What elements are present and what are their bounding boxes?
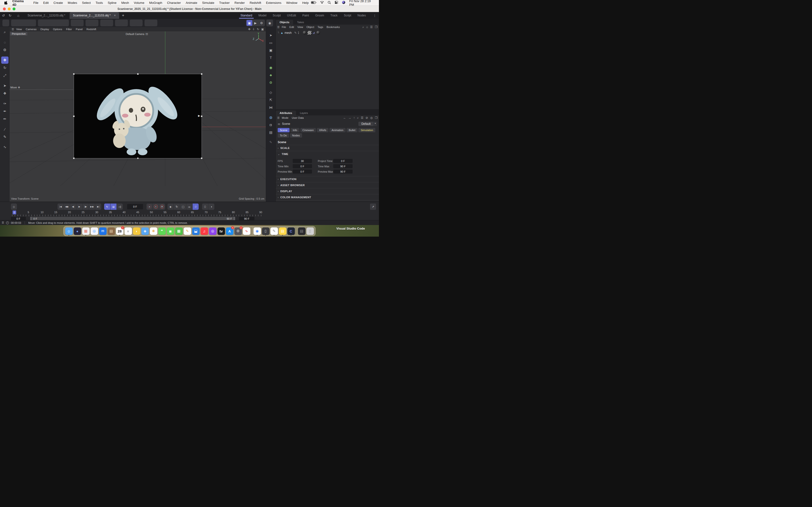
- spotlight-search-icon[interactable]: [328, 1, 331, 5]
- attributes-nav-icon[interactable]: ⌕: [357, 116, 359, 119]
- tool-button[interactable]: ◌: [1, 39, 8, 46]
- layout-tab[interactable]: Script: [341, 12, 354, 18]
- objects-panel-icon[interactable]: ☰: [370, 25, 373, 29]
- dock-item[interactable]: ☺: [65, 226, 73, 236]
- menu-item[interactable]: Tools: [93, 1, 105, 5]
- layout-tab[interactable]: Track: [327, 12, 341, 18]
- menu-item[interactable]: Window: [284, 1, 300, 5]
- dock-item[interactable]: ⚙ 2: [234, 226, 242, 236]
- playback-toggle-button[interactable]: ▤: [110, 204, 116, 210]
- scanned-object-plane[interactable]: ▶: [74, 74, 202, 158]
- attribute-tab[interactable]: To Do: [278, 133, 289, 137]
- collapsed-section[interactable]: › EXECUTION: [276, 176, 379, 182]
- key-filter-button[interactable]: ⚌: [186, 204, 192, 210]
- tool-button[interactable]: ⌕: [1, 29, 8, 36]
- menu-item[interactable]: Select: [80, 1, 93, 5]
- section-scale[interactable]: › SCALE: [276, 145, 379, 151]
- dock-item[interactable]: C: [287, 226, 295, 236]
- record-extra-button[interactable]: ⬯: [202, 204, 208, 210]
- menu-item[interactable]: Tracker: [217, 1, 232, 5]
- layout-tab[interactable]: Model: [256, 12, 269, 18]
- dock-item[interactable]: A 4: [226, 226, 234, 236]
- dock-item[interactable]: ◎: [209, 226, 216, 236]
- toolbar-button[interactable]: [101, 20, 107, 26]
- layout-tab[interactable]: Nodes: [355, 12, 369, 18]
- key-filter-button[interactable]: ↻: [174, 204, 180, 210]
- objects-menu-item[interactable]: Tags: [316, 25, 325, 29]
- undo-button[interactable]: ↺: [0, 13, 7, 17]
- menu-item[interactable]: Simulate: [200, 1, 217, 5]
- status-menu-icon[interactable]: ☰: [2, 221, 4, 224]
- field-value[interactable]: 90 F: [333, 169, 353, 174]
- fcurve-editor-button[interactable]: ⇗: [370, 204, 376, 210]
- attributes-nav-icon[interactable]: ❐: [375, 116, 377, 119]
- menu-item[interactable]: Create: [51, 1, 65, 5]
- attribute-tab[interactable]: Simulation: [358, 128, 375, 132]
- objects-menu-item[interactable]: Bookmarks: [325, 25, 342, 29]
- menu-item[interactable]: Character: [164, 1, 183, 5]
- viewport-menu-item[interactable]: View: [14, 28, 24, 31]
- timeline-ruler[interactable]: 051015202530354045505560657075808590 0: [10, 211, 266, 215]
- key-filter-button[interactable]: ▢: [180, 204, 186, 210]
- viewport-nav-icon[interactable]: ↻: [257, 27, 259, 31]
- tool-button[interactable]: ✏: [1, 115, 8, 123]
- toolbar-button[interactable]: [145, 20, 151, 26]
- toolbar-button[interactable]: [86, 20, 92, 26]
- tool-button[interactable]: ❖: [1, 90, 8, 97]
- current-frame-field[interactable]: 0 F: [127, 204, 143, 209]
- toolbar-button[interactable]: [3, 20, 9, 26]
- attributes-nav-icon[interactable]: ↑: [353, 116, 355, 119]
- palette-tool-button[interactable]: ▭: [267, 39, 274, 46]
- viewport-canvas[interactable]: Perspective Default Camera ▤ Move ✥ Y Z …: [10, 32, 266, 195]
- attributes-nav-icon[interactable]: ☰: [361, 116, 363, 119]
- control-center-icon[interactable]: [335, 1, 338, 5]
- palette-tool-button[interactable]: ⋈: [267, 104, 274, 111]
- objects-menu-item[interactable]: View: [296, 25, 305, 29]
- field-value[interactable]: 0 F: [293, 164, 312, 168]
- attributes-nav-icon[interactable]: →: [348, 116, 351, 119]
- palette-tool-button[interactable]: ◇: [267, 89, 274, 96]
- active-app-name[interactable]: Cinema 4D: [10, 0, 31, 6]
- apple-logo-icon[interactable]: [4, 1, 7, 5]
- palette-tool-button[interactable]: ▣: [267, 47, 274, 54]
- objects-menu-item[interactable]: File: [280, 25, 288, 29]
- layout-tab[interactable]: Groom: [312, 12, 327, 18]
- palette-tool-button[interactable]: ◉: [267, 64, 274, 71]
- toolbar-button[interactable]: [136, 20, 142, 26]
- layout-tab[interactable]: Sculpt: [270, 12, 284, 18]
- collapsed-section[interactable]: › COLOR MANAGEMENT: [276, 194, 379, 200]
- attributes-nav-icon[interactable]: ←: [343, 116, 346, 119]
- layout-overflow-menu-icon[interactable]: ⋮: [371, 14, 379, 17]
- dock-item[interactable]: 28 1: [116, 226, 123, 236]
- attribute-tab[interactable]: Bullet: [347, 128, 358, 132]
- viewport-menu-item[interactable]: Filter: [64, 28, 74, 31]
- range-min-field[interactable]: 0 F: [11, 217, 26, 220]
- toolbar-button[interactable]: [45, 20, 50, 26]
- selection-handle[interactable]: [73, 157, 75, 159]
- palette-tool-button[interactable]: ▤: [267, 129, 274, 136]
- menu-item[interactable]: Edit: [41, 1, 51, 5]
- render-button[interactable]: ⚙: [259, 20, 264, 26]
- palette-tool-button[interactable]: ◘: [267, 121, 274, 128]
- object-name-label[interactable]: mesh: [285, 31, 292, 35]
- panel-tab[interactable]: Objects: [276, 20, 293, 24]
- attribute-tab[interactable]: Animation: [329, 128, 346, 132]
- object-row-mesh[interactable]: └ ▲ mesh ✎ ●● ⊿: [277, 31, 377, 35]
- camera-label[interactable]: Default Camera ▤: [126, 32, 148, 36]
- axis-band-arrow-icon[interactable]: ▶: [198, 114, 200, 117]
- render-button[interactable]: ▶: [253, 20, 258, 26]
- attributes-hamburger-icon[interactable]: ☰: [277, 116, 280, 119]
- menu-item[interactable]: Help: [300, 1, 311, 5]
- menu-item[interactable]: File: [31, 1, 41, 5]
- document-tab-inactive[interactable]: Scaniverse_2..._113103.obj *: [23, 14, 69, 17]
- panel-tab[interactable]: Layers: [296, 111, 312, 115]
- toolbar-button[interactable]: [130, 20, 136, 26]
- toolbar-button[interactable]: [121, 20, 128, 26]
- transport-button[interactable]: |▶: [83, 204, 89, 210]
- projection-label[interactable]: Perspective: [10, 32, 27, 36]
- menu-item[interactable]: Spline: [105, 1, 119, 5]
- dock-item[interactable]: tv: [217, 226, 225, 236]
- viewport-menu-item[interactable]: Panel: [74, 28, 85, 31]
- menu-item[interactable]: Redshift: [247, 1, 264, 5]
- document-tab-active[interactable]: Scaniverse_2..._113103.obj * ×: [69, 12, 119, 19]
